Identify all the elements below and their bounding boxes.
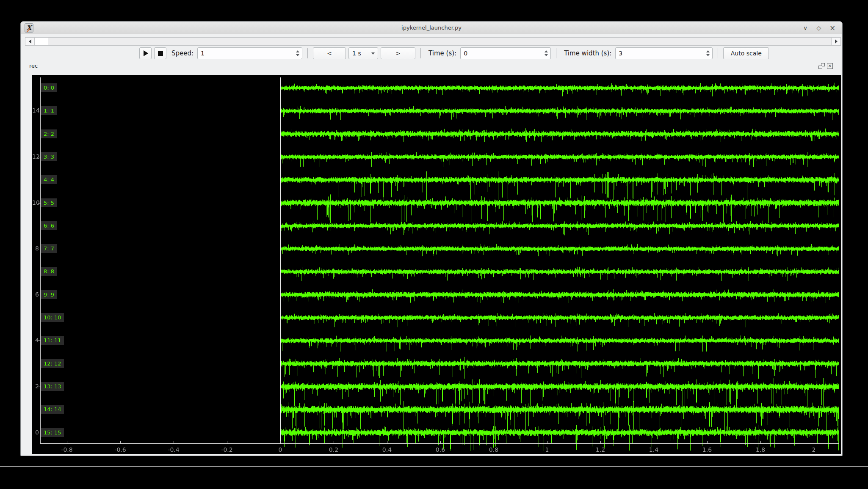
x-tick-mark [760,441,761,443]
stop-icon [158,51,163,56]
time-cursor-line[interactable] [280,77,281,444]
channel-label: 10: 10 [41,313,64,322]
time-width-label: Time width (s): [564,49,611,57]
time-input[interactable] [461,48,542,59]
step-forward-button[interactable]: > [381,47,415,59]
trace-plot[interactable]: 02468101214 -0.8-0.6-0.4-0.200.20.40.60.… [32,75,841,454]
speed-input[interactable] [198,48,293,59]
spin-up-icon [706,50,710,52]
stop-button[interactable] [154,47,166,59]
channel-label: 7: 7 [41,244,57,253]
x-tick-mark [547,441,547,443]
desktop: X ipykernel_launcher.py ∨ ◇ × [0,0,868,489]
toolbar-separator [420,48,421,58]
channel-label: 11: 11 [41,336,64,345]
step-back-button[interactable]: < [313,47,346,59]
spin-down-icon [545,54,548,56]
scroll-left-button[interactable] [25,38,35,45]
scroll-left-icon [29,39,31,44]
titlebar[interactable]: X ipykernel_launcher.py ∨ ◇ × [21,22,842,34]
step-forward-label: > [395,50,401,57]
x-tick-label: 0.8 [480,446,507,453]
x-tick-label: 1.2 [587,446,614,453]
x-tick-mark [707,441,708,443]
window-title: ipykernel_launcher.py [21,25,842,31]
trace-canvas[interactable] [32,75,841,454]
dock-buttons: ✕ [818,63,833,69]
channel-label: 15: 15 [41,428,64,437]
time-label: Time (s): [428,49,456,57]
scroll-right-icon [835,39,838,44]
x-tick-mark [280,441,281,443]
scroll-right-button[interactable] [831,38,840,45]
x-tick-label: 1.4 [640,446,667,453]
toolbar-separator [307,48,308,58]
speed-label: Speed: [171,49,194,57]
time-width-spin-arrows[interactable] [704,48,712,59]
window-length-combobox[interactable]: 1 s [348,47,378,59]
toolbar: Speed: < 1 s > Time (s): [139,47,769,59]
y-tick-label: 4 [32,337,39,343]
y-tick-label: 10 [32,199,39,206]
spin-down-icon [296,54,299,56]
time-width-spinbox [615,47,713,59]
x-tick-mark [334,441,334,443]
toolbar-separator [718,48,718,58]
screen-bottom-line [0,466,868,467]
app-icon[interactable]: X [25,23,33,33]
x-tick-label: 0.2 [320,446,347,453]
auto-scale-label: Auto scale [731,50,762,57]
y-tick-label: 8 [32,245,39,252]
x-tick-mark [814,441,814,443]
x-tick-mark [387,441,387,443]
x-tick-mark [227,441,227,443]
window-controls: ∨ ◇ × [802,22,836,34]
scrollbar-thumb[interactable] [35,38,48,45]
dock-float-icon[interactable] [818,63,825,69]
play-button[interactable] [139,47,152,59]
channel-label: 13: 13 [41,382,64,391]
y-tick-label: 14 [32,107,39,114]
x-tick-label: 1.8 [747,446,774,453]
step-back-label: < [327,50,332,57]
y-axis-spine [40,77,41,444]
channel-label: 1: 1 [41,106,57,115]
y-tick-label: 6 [32,291,39,298]
app-window: X ipykernel_launcher.py ∨ ◇ × [20,21,843,456]
auto-scale-button[interactable]: Auto scale [723,47,769,59]
play-icon [144,50,148,56]
x-tick-label: 0.6 [427,446,454,453]
channel-label: 0: 0 [41,83,57,92]
speed-spin-arrows[interactable] [293,48,302,59]
x-tick-label: 0.4 [373,446,401,453]
y-tick-label: 0 [32,429,39,436]
window-length-value: 1 s [349,50,371,57]
time-width-input[interactable] [616,48,704,59]
maximize-icon[interactable]: ◇ [815,25,823,31]
channel-label: 4: 4 [41,175,57,184]
spin-up-icon [545,50,548,52]
x-axis-line [40,443,839,444]
time-spin-arrows[interactable] [542,48,550,59]
time-scrollbar[interactable] [25,37,841,46]
x-tick-label: 1 [534,446,561,453]
x-tick-mark [440,441,441,443]
channel-label: 2: 2 [41,129,57,138]
spin-up-icon [296,50,299,52]
close-icon[interactable]: × [829,24,836,32]
channel-label: 3: 3 [41,152,57,161]
channel-label: 6: 6 [41,221,57,230]
x-tick-label: 2 [800,446,827,453]
x-tick-label: 1.6 [694,446,721,453]
minimize-icon[interactable]: ∨ [802,25,809,31]
x-tick-mark [174,441,174,443]
spin-down-icon [706,54,710,56]
x-tick-label: -0.2 [213,446,240,453]
channel-label: 9: 9 [41,290,57,299]
dock-close-icon[interactable]: ✕ [827,63,833,69]
x-tick-mark [67,441,67,443]
dock-title: rec [29,63,38,69]
x-tick-mark [120,441,121,443]
toolbar-separator [556,48,556,58]
x-tick-label: -0.6 [107,446,134,453]
